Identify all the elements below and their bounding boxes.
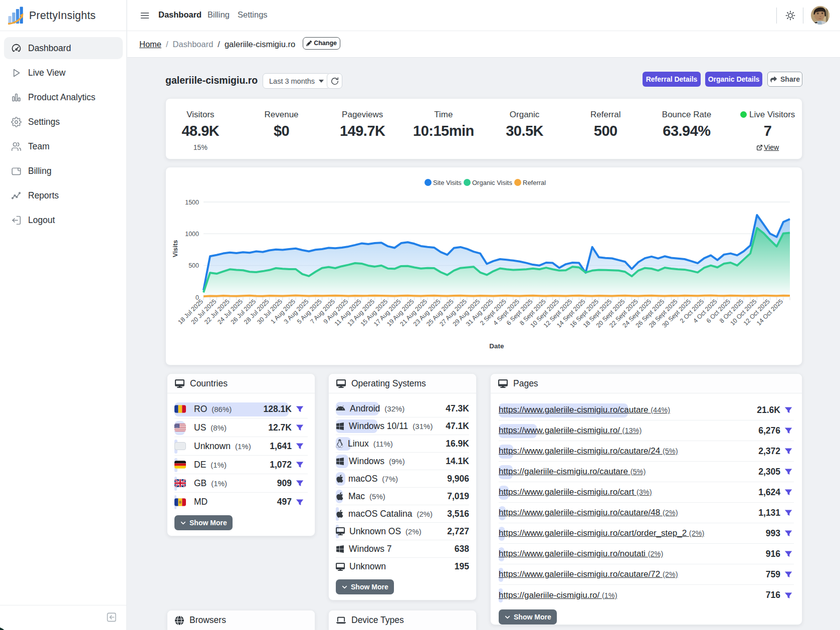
svg-text:1000: 1000 [185,231,199,238]
svg-text:Site Visits: Site Visits [433,179,462,186]
svg-text:Date: Date [489,342,504,350]
svg-text:1500: 1500 [185,199,199,206]
svg-text:Referral: Referral [523,179,546,186]
svg-text:Visits: Visits [171,240,179,257]
svg-text:500: 500 [188,262,199,269]
svg-text:Organic Visits: Organic Visits [472,179,512,186]
